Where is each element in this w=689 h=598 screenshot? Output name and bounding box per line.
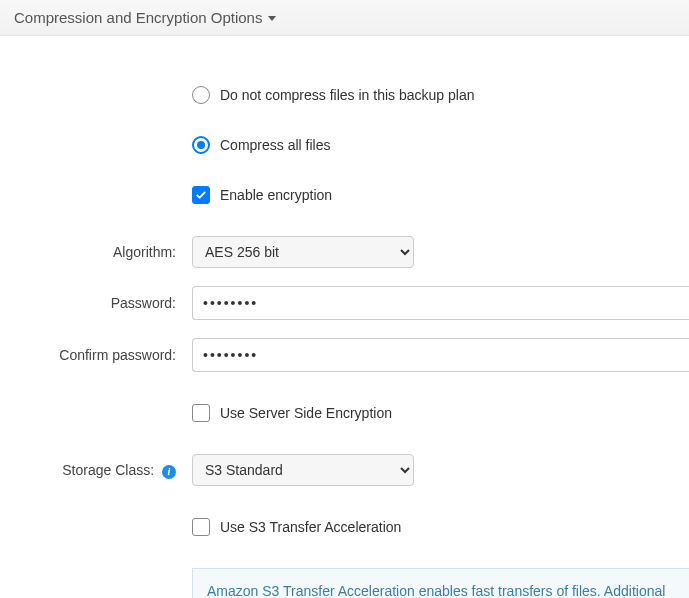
server-side-encryption-checkbox[interactable]: [192, 404, 210, 422]
form-area: Do not compress files in this backup pla…: [0, 36, 689, 598]
section-title: Compression and Encryption Options: [14, 9, 262, 26]
storage-class-select[interactable]: S3 Standard: [192, 454, 414, 486]
do-not-compress-radio[interactable]: [192, 86, 210, 104]
storage-class-label: Storage Class:: [62, 462, 154, 478]
enable-encryption-label[interactable]: Enable encryption: [220, 187, 332, 203]
password-input[interactable]: [192, 286, 689, 320]
section-header[interactable]: Compression and Encryption Options: [0, 0, 689, 36]
compress-all-radio[interactable]: [192, 136, 210, 154]
do-not-compress-label[interactable]: Do not compress files in this backup pla…: [220, 87, 474, 103]
confirm-password-input[interactable]: [192, 338, 689, 372]
transfer-acceleration-notice: Amazon S3 Transfer Acceleration enables …: [192, 568, 689, 598]
algorithm-select[interactable]: AES 256 bit: [192, 236, 414, 268]
algorithm-label: Algorithm:: [0, 244, 192, 260]
notice-text: Amazon S3 Transfer Acceleration enables …: [207, 583, 665, 598]
enable-encryption-checkbox[interactable]: [192, 186, 210, 204]
caret-down-icon: [268, 16, 276, 21]
compress-all-label[interactable]: Compress all files: [220, 137, 330, 153]
server-side-encryption-label[interactable]: Use Server Side Encryption: [220, 405, 392, 421]
check-icon: [195, 189, 207, 201]
transfer-acceleration-checkbox[interactable]: [192, 518, 210, 536]
transfer-acceleration-label[interactable]: Use S3 Transfer Acceleration: [220, 519, 401, 535]
password-label: Password:: [0, 295, 192, 311]
confirm-password-label: Confirm password:: [0, 347, 192, 363]
info-icon[interactable]: i: [162, 465, 176, 479]
